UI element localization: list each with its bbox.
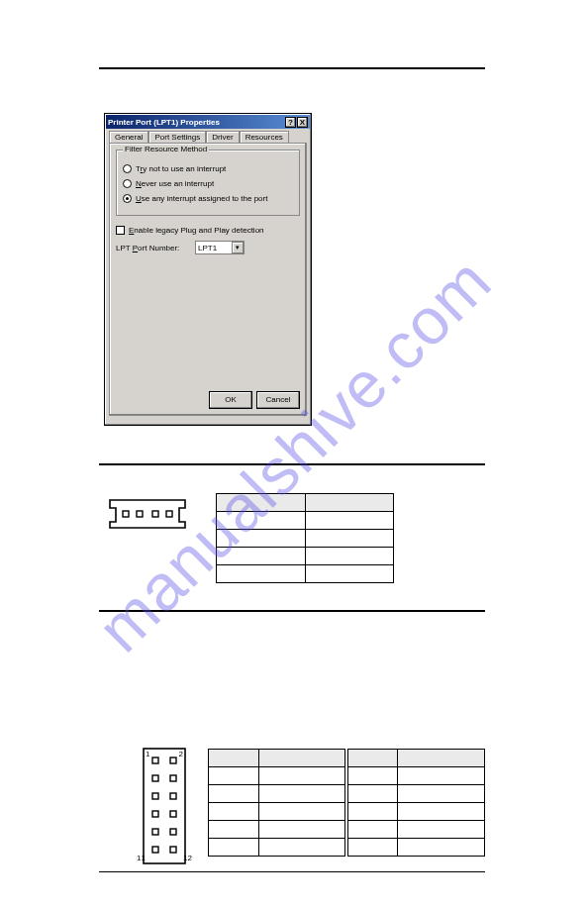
radio-icon (123, 179, 132, 188)
table-cell (258, 821, 345, 839)
table-cell (258, 839, 345, 857)
svg-rect-11 (152, 811, 158, 817)
radio-label: Use any interrupt assigned to the port (136, 194, 267, 203)
table-cell (258, 767, 345, 785)
svg-rect-1 (137, 511, 143, 517)
table-cell (398, 839, 485, 857)
pinout-table-12pin (208, 749, 485, 857)
table-cell (398, 821, 485, 839)
table-cell (398, 803, 485, 821)
table-header (258, 750, 345, 767)
table-cell (217, 565, 306, 583)
svg-rect-3 (166, 511, 172, 517)
table-cell (305, 565, 394, 583)
svg-rect-16 (170, 847, 176, 853)
properties-dialog: Printer Port (LPT1) Properties ? X Gener… (104, 113, 312, 426)
table-cell (305, 512, 394, 530)
connector-12pin-diagram: 1 2 11 12 (143, 748, 186, 864)
combo-value: LPT1 (196, 244, 232, 252)
tab-page: Filter Resource Method Try not to use an… (109, 143, 307, 416)
group-legend: Filter Resource Method (123, 145, 209, 153)
radio-label: Never use an interrupt (136, 179, 214, 188)
radio-icon (123, 194, 132, 203)
table-cell (209, 767, 259, 785)
divider-bottom (99, 871, 485, 872)
table-cell (217, 548, 306, 565)
table-header (347, 750, 398, 767)
svg-rect-9 (152, 793, 158, 799)
table-cell (305, 530, 394, 548)
tab-resources[interactable]: Resources (240, 131, 289, 143)
ok-button[interactable]: OK (209, 391, 252, 409)
dialog-help-button[interactable]: ? (285, 117, 296, 128)
svg-rect-10 (170, 793, 176, 799)
svg-rect-13 (152, 829, 158, 835)
checkbox-icon (116, 226, 125, 235)
table-cell (209, 785, 259, 803)
svg-rect-0 (123, 511, 129, 517)
svg-rect-6 (170, 758, 176, 763)
tab-port-settings[interactable]: Port Settings (148, 131, 206, 143)
table-cell (258, 785, 345, 803)
pinout-table-4pin (216, 493, 394, 583)
dialog-close-button[interactable]: X (297, 117, 308, 128)
table-header (305, 494, 394, 512)
radio-icon (123, 164, 132, 173)
table-cell (305, 548, 394, 565)
lpt-port-label: LPT Port Number: (116, 244, 195, 252)
table-header (217, 494, 306, 512)
svg-rect-2 (152, 511, 158, 517)
divider-mid1 (99, 463, 485, 465)
table-cell (209, 821, 259, 839)
divider-top (99, 67, 485, 69)
radio-never[interactable]: Never use an interrupt (123, 179, 293, 188)
radio-try-not[interactable]: Try not to use an interrupt (123, 164, 293, 173)
pin-label-11: 11 (137, 854, 146, 862)
checkbox-legacy-pnp[interactable]: Enable legacy Plug and Play detection (116, 226, 300, 235)
svg-rect-7 (152, 775, 158, 781)
divider-mid2 (99, 610, 485, 612)
radio-label: Try not to use an interrupt (136, 164, 226, 173)
table-cell (347, 785, 398, 803)
dialog-titlebar: Printer Port (LPT1) Properties ? X (106, 115, 310, 129)
table-cell (398, 785, 485, 803)
table-header (398, 750, 485, 767)
cancel-button[interactable]: Cancel (256, 391, 300, 409)
tab-general[interactable]: General (109, 131, 148, 143)
table-cell (398, 767, 485, 785)
table-cell (209, 839, 259, 857)
svg-rect-12 (170, 811, 176, 817)
dialog-tabs: General Port Settings Driver Resources (109, 131, 307, 143)
table-cell (347, 803, 398, 821)
filter-resource-group: Filter Resource Method Try not to use an… (116, 150, 300, 216)
table-header (209, 750, 259, 767)
table-cell (347, 839, 398, 857)
lpt-port-combo[interactable]: LPT1 ▾ (195, 241, 245, 254)
radio-use-any[interactable]: Use any interrupt assigned to the port (123, 194, 293, 203)
table-cell (258, 803, 345, 821)
pin-label-12: 12 (183, 854, 192, 862)
table-cell (217, 530, 306, 548)
chevron-down-icon: ▾ (232, 242, 244, 253)
dialog-title: Printer Port (LPT1) Properties (108, 118, 220, 127)
table-cell (347, 821, 398, 839)
table-cell (217, 512, 306, 530)
table-cell (347, 767, 398, 785)
checkbox-label: Enable legacy Plug and Play detection (129, 226, 264, 235)
svg-rect-15 (152, 847, 158, 853)
connector-4pin-diagram (109, 499, 186, 529)
svg-rect-14 (170, 829, 176, 835)
svg-rect-4 (144, 749, 185, 863)
table-cell (209, 803, 259, 821)
pin-label-2: 2 (179, 750, 183, 758)
pin-label-1: 1 (146, 750, 149, 758)
svg-rect-5 (152, 758, 158, 763)
svg-rect-8 (170, 775, 176, 781)
tab-driver[interactable]: Driver (206, 131, 239, 143)
